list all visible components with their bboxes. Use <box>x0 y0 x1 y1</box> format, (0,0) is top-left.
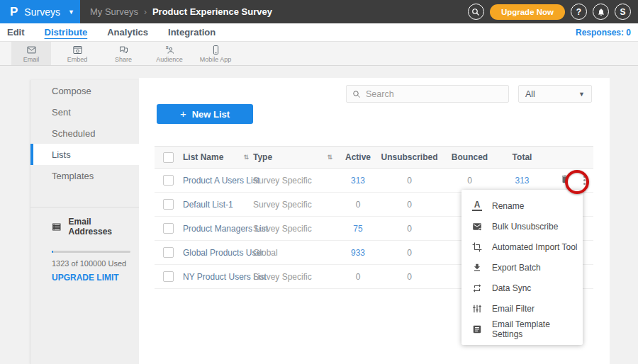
email-filter-icon <box>472 304 482 314</box>
help-button[interactable]: ? <box>571 4 587 20</box>
menu-item-email-filter[interactable]: Email Filter <box>461 298 583 319</box>
trash-icon <box>560 174 570 184</box>
list-type: Survey Specific <box>253 272 312 282</box>
menu-item-label: Bulk Unsubscribe <box>492 222 558 232</box>
list-search-box[interactable] <box>346 85 509 103</box>
list-type: Global <box>253 248 278 258</box>
channel-embed-label: Embed <box>67 56 88 63</box>
channel-email[interactable]: Email <box>11 42 51 65</box>
sidebar-item-sent[interactable]: Sent <box>30 101 139 123</box>
menu-item-rename[interactable]: A Rename <box>461 195 583 216</box>
active-count[interactable]: 0 <box>337 200 379 210</box>
new-list-label: New List <box>192 109 230 120</box>
tab-analytics[interactable]: Analytics <box>107 27 148 38</box>
search-button[interactable] <box>468 4 484 20</box>
sidebar-item-compose[interactable]: Compose <box>30 80 139 101</box>
column-type: Type <box>253 152 272 162</box>
breadcrumb-my-surveys[interactable]: My Surveys <box>90 6 138 17</box>
chevron-down-icon: ▼ <box>578 91 585 98</box>
delete-list-button[interactable] <box>560 174 570 186</box>
bulk-unsubscribe-icon <box>472 222 482 232</box>
avatar[interactable]: S <box>615 4 631 20</box>
channel-audience[interactable]: $ Audience <box>150 42 189 65</box>
row-menu-button[interactable] <box>581 174 588 187</box>
survey-nav: Edit Distribute Analytics Integration Re… <box>0 23 638 42</box>
menu-item-label: Email Filter <box>492 304 535 314</box>
channel-share[interactable]: Share <box>103 42 143 65</box>
audience-icon: $ <box>164 45 175 55</box>
menu-item-export-batch[interactable]: Export Batch <box>461 257 583 278</box>
menu-item-data-sync[interactable]: Data Sync <box>461 278 583 298</box>
mobile-app-icon <box>211 45 221 55</box>
list-actions-menu: A Rename Bulk Unsubscribe Automated Impo… <box>461 190 583 345</box>
tab-distribute[interactable]: Distribute <box>45 27 88 38</box>
share-icon <box>118 45 129 55</box>
column-list-name: List Name <box>183 152 223 162</box>
channel-audience-label: Audience <box>156 56 183 63</box>
channel-share-label: Share <box>115 56 132 63</box>
unsubscribed-count: 0 <box>379 248 440 258</box>
column-total: Total <box>500 152 544 162</box>
row-checkbox[interactable] <box>163 199 174 210</box>
rename-icon: A <box>472 200 482 211</box>
questionpro-logo-icon: P <box>10 6 18 18</box>
active-count[interactable]: 75 <box>337 224 379 234</box>
sort-icon[interactable]: ⇅ <box>327 154 332 161</box>
unsubscribed-count: 0 <box>379 224 440 234</box>
row-checkbox[interactable] <box>163 271 174 282</box>
active-count[interactable]: 933 <box>337 248 379 258</box>
upgrade-now-button[interactable]: Upgrade Now <box>490 4 565 20</box>
list-type: Survey Specific <box>253 176 312 186</box>
header-actions: Upgrade Now ? S <box>468 4 638 20</box>
table-row: Product A Users List Survey Specific 313… <box>155 169 593 193</box>
menu-item-automated-import[interactable]: Automated Import Tool <box>461 237 583 257</box>
email-icon <box>26 45 37 55</box>
list-name-link[interactable]: Default List-1 <box>183 200 233 210</box>
total-count[interactable]: 313 <box>500 176 544 186</box>
list-filter-dropdown[interactable]: All ▼ <box>518 85 592 103</box>
sidebar-item-templates[interactable]: Templates <box>30 165 139 186</box>
menu-item-email-template-settings[interactable]: Email Template Settings <box>461 319 583 339</box>
row-checkbox[interactable] <box>163 223 174 234</box>
unsubscribed-count: 0 <box>379 200 440 210</box>
search-input[interactable] <box>366 89 503 99</box>
row-checkbox[interactable] <box>163 247 174 258</box>
product-switcher[interactable]: P Surveys ▼ <box>0 0 80 23</box>
sidebar-divider <box>30 207 139 207</box>
email-usage-text: 1323 of 100000 Used <box>52 259 130 268</box>
upgrade-limit-link[interactable]: UPGRADE LIMIT <box>52 273 130 283</box>
active-count[interactable]: 0 <box>337 272 379 282</box>
channel-embed[interactable]: Embed <box>57 42 97 65</box>
sidebar-item-lists[interactable]: Lists <box>30 144 139 165</box>
automated-import-icon <box>472 242 482 252</box>
channel-email-label: Email <box>23 56 40 63</box>
tab-edit[interactable]: Edit <box>7 27 25 38</box>
list-type: Survey Specific <box>253 200 312 210</box>
breadcrumb-separator-icon: › <box>144 7 147 17</box>
menu-item-label: Export Batch <box>492 263 541 273</box>
data-sync-icon <box>472 283 482 293</box>
active-count[interactable]: 313 <box>337 176 379 186</box>
table-header-row: List Name ⇅ Type ⇅ Active Unsubscribed B… <box>155 146 593 169</box>
new-list-button[interactable]: + New List <box>157 104 253 124</box>
email-addresses-block: Email Addresses 1323 of 100000 Used UPGR… <box>30 217 139 283</box>
unsubscribed-count: 0 <box>379 176 440 186</box>
list-type: Survey Specific <box>253 224 312 234</box>
notifications-button[interactable] <box>593 4 609 20</box>
list-name-link[interactable]: Global Products User <box>183 248 264 258</box>
list-name-link[interactable]: Product A Users List <box>183 176 259 186</box>
channel-mobile-app[interactable]: Mobile App <box>196 42 235 65</box>
svg-text:$: $ <box>165 45 168 50</box>
sort-icon[interactable]: ⇅ <box>243 154 249 161</box>
row-checkbox[interactable] <box>163 175 174 186</box>
responses-count[interactable]: Responses: 0 <box>576 28 631 38</box>
export-batch-icon <box>472 263 482 273</box>
list-storage-icon <box>52 222 62 232</box>
sidebar-item-scheduled[interactable]: Scheduled <box>30 123 139 144</box>
lists-panel: All ▼ + New List List Name ⇅ Type ⇅ Acti… <box>139 78 610 364</box>
email-addresses-title: Email Addresses <box>69 217 130 237</box>
select-all-checkbox[interactable] <box>163 152 174 163</box>
tab-integration[interactable]: Integration <box>168 27 216 38</box>
menu-item-label: Automated Import Tool <box>492 242 578 252</box>
menu-item-bulk-unsubscribe[interactable]: Bulk Unsubscribe <box>461 216 583 237</box>
